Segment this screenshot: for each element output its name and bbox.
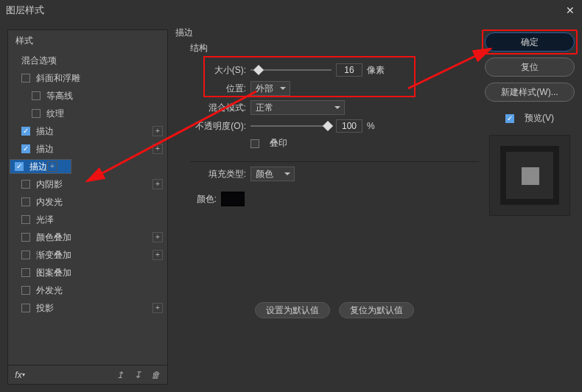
checkbox-icon[interactable] [21, 286, 30, 295]
dialog-buttons: 确定 复位 新建样式(W)... 预览(V) [485, 32, 575, 216]
chevron-down-icon [284, 172, 290, 178]
size-input[interactable] [336, 63, 362, 77]
checkbox-icon[interactable] [21, 268, 30, 277]
checkbox-icon[interactable] [21, 251, 30, 259]
reset-button[interactable]: 复位 [485, 57, 575, 77]
ok-button[interactable]: 确定 [485, 32, 575, 52]
styles-sidebar: 样式 混合选项 斜面和浮雕 等高线 纹理 描边 + 描边 + 描边 [7, 29, 168, 385]
fill-type-label: 填充类型: [190, 168, 246, 181]
blend-label: 混合模式: [190, 102, 246, 114]
checkbox-icon[interactable] [15, 162, 24, 171]
color-label: 颜色: [190, 193, 217, 206]
sidebar-item-inner-shadow[interactable]: 内阴影 + [8, 175, 167, 193]
sidebar-item-contour[interactable]: 等高线 [8, 87, 167, 105]
checkbox-icon[interactable] [21, 197, 30, 206]
sidebar-footer: fx▾ ↥ ↧ 🗑 [8, 365, 167, 384]
add-effect-icon[interactable]: + [152, 250, 163, 260]
color-swatch[interactable] [221, 192, 245, 206]
sidebar-item-color-overlay[interactable]: 颜色叠加 + [8, 228, 167, 246]
chevron-down-icon [334, 106, 340, 112]
sidebar-item-texture[interactable]: 纹理 [8, 105, 167, 122]
checkbox-icon[interactable] [32, 109, 41, 118]
sidebar-item-stroke-3[interactable]: 描边 + [10, 159, 71, 174]
checkbox-icon[interactable] [21, 304, 30, 312]
add-effect-icon[interactable]: + [152, 303, 163, 313]
panel-title: 描边 [175, 27, 482, 39]
opacity-unit: % [367, 121, 375, 131]
reset-default-button[interactable]: 复位为默认值 [339, 302, 414, 318]
struct-title: 结构 [190, 42, 479, 55]
position-select[interactable]: 外部 [250, 81, 290, 96]
sidebar-item-outer-glow[interactable]: 外发光 [8, 281, 167, 299]
sidebar-item-drop-shadow[interactable]: 投影 + [8, 299, 167, 317]
checkbox-icon[interactable] [21, 180, 30, 189]
move-down-icon[interactable]: ↧ [132, 369, 144, 381]
position-label: 位置: [190, 83, 246, 95]
checkbox-icon[interactable] [505, 114, 514, 123]
add-effect-icon[interactable]: + [152, 144, 163, 154]
sidebar-item-bevel[interactable]: 斜面和浮雕 [8, 69, 167, 87]
size-label: 大小(S): [190, 64, 246, 77]
checkbox-icon[interactable] [32, 91, 41, 100]
sidebar-item-satin[interactable]: 光泽 [8, 211, 167, 228]
sidebar-item-stroke-2[interactable]: 描边 + [8, 140, 167, 158]
sidebar-header: 样式 [8, 30, 167, 52]
checkbox-icon[interactable] [21, 74, 30, 83]
move-up-icon[interactable]: ↥ [114, 369, 126, 381]
close-icon[interactable]: ✕ [563, 3, 578, 18]
size-slider[interactable] [250, 65, 332, 75]
opacity-label: 不透明度(O): [190, 120, 246, 133]
set-default-button[interactable]: 设置为默认值 [255, 302, 330, 318]
sidebar-item-stroke-1[interactable]: 描边 + [8, 122, 167, 140]
chevron-down-icon [280, 87, 286, 93]
sidebar-item-pattern-overlay[interactable]: 图案叠加 [8, 264, 167, 281]
window-title: 图层样式 [6, 4, 44, 17]
settings-panel: 描边 结构 大小(S): 像素 位置: 外部 [175, 27, 482, 385]
title-bar: 图层样式 ✕ [0, 0, 582, 21]
fill-type-select[interactable]: 颜色 [250, 167, 295, 181]
checkbox-icon[interactable] [21, 233, 30, 242]
new-style-button[interactable]: 新建样式(W)... [485, 83, 575, 102]
checkbox-icon[interactable] [21, 144, 30, 153]
preview-label: 预览(V) [525, 112, 554, 125]
opacity-input[interactable] [336, 119, 362, 133]
effect-preview [489, 135, 570, 216]
add-effect-icon[interactable]: + [152, 232, 163, 242]
preview-toggle[interactable]: 预览(V) [485, 112, 575, 125]
overprint-checkbox[interactable] [250, 139, 259, 148]
checkbox-icon[interactable] [21, 215, 30, 224]
add-effect-icon[interactable]: + [152, 126, 163, 136]
trash-icon[interactable]: 🗑 [150, 369, 161, 381]
add-effect-icon[interactable]: + [47, 161, 57, 172]
fx-menu-icon[interactable]: fx▾ [14, 369, 26, 381]
add-effect-icon[interactable]: + [152, 179, 163, 189]
blend-mode-select[interactable]: 正常 [250, 100, 345, 115]
sidebar-item-gradient-overlay[interactable]: 渐变叠加 + [8, 246, 167, 264]
opacity-slider[interactable] [250, 121, 332, 131]
sidebar-item-inner-glow[interactable]: 内发光 [8, 193, 167, 211]
sidebar-item-blend-options[interactable]: 混合选项 [8, 52, 167, 69]
checkbox-icon[interactable] [21, 127, 30, 136]
size-unit: 像素 [367, 64, 385, 77]
overprint-label: 叠印 [270, 137, 287, 150]
